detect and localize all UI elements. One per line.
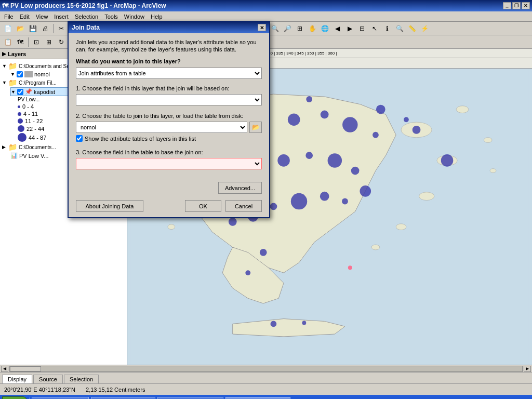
horizontal-scrollbar[interactable]: ◀ ▶	[0, 365, 532, 372]
dialog-description: Join lets you append additional data to …	[76, 38, 262, 53]
coordinates-display: 20°0'21,90"E 40°11'18,23"N	[4, 387, 75, 393]
svg-point-8	[490, 169, 496, 173]
select-tool[interactable]: ↖	[369, 23, 380, 34]
expand-icon[interactable]: ▼	[2, 80, 7, 85]
dialog-close-button[interactable]: ✕	[258, 24, 266, 31]
tab-selection[interactable]: Selection	[64, 375, 99, 383]
legend-label: 22 - 44	[26, 126, 44, 132]
print-button[interactable]: 🖨	[39, 23, 51, 34]
svg-point-4	[396, 224, 406, 230]
forward-button[interactable]: ▶	[344, 23, 355, 34]
show-attribute-tables-checkbox[interactable]	[76, 135, 83, 142]
back-button[interactable]: ◀	[331, 23, 343, 34]
title-bar: 🗺 PV Low producers 15-6-2012 fig1 - ArcM…	[0, 0, 532, 11]
find-button[interactable]: 🔍	[394, 23, 405, 34]
svg-point-40	[306, 96, 312, 102]
zoom-in[interactable]: 🔍	[269, 23, 281, 34]
menu-file[interactable]: File	[1, 12, 17, 21]
step2-checkbox-row: Show the attribute tables of layers in t…	[76, 135, 262, 142]
taskbar-item-2[interactable]: ArcCatalog - ArcView ...	[91, 397, 155, 399]
svg-point-36	[413, 126, 421, 134]
folder-icon: 📁	[8, 62, 17, 70]
tab-display[interactable]: Display	[2, 375, 32, 383]
status-bar: 20°0'21,90"E 40°11'18,23"N 2,13 15,12 Ce…	[0, 383, 532, 395]
layer-sublabel: PV Low...	[18, 97, 39, 102]
expand-all-icon[interactable]: ▶	[2, 51, 6, 57]
dialog-footer: About Joining Data OK Cancel	[69, 197, 269, 217]
menu-window[interactable]: Window	[121, 12, 148, 21]
svg-point-24	[342, 198, 348, 205]
save-button[interactable]: 💾	[27, 23, 38, 34]
separator	[53, 24, 54, 33]
zoom-out[interactable]: 🔎	[282, 23, 293, 34]
expand-icon[interactable]: ▼	[2, 63, 7, 69]
tab-source[interactable]: Source	[33, 375, 63, 383]
svg-point-11	[288, 113, 300, 126]
menu-insert[interactable]: Insert	[51, 12, 72, 21]
menu-tools[interactable]: Tools	[101, 12, 121, 21]
expand-icon[interactable]: ▼	[11, 89, 16, 95]
step1-section: 1. Choose the field in this layer that t…	[76, 85, 262, 105]
svg-point-38	[404, 117, 409, 122]
step1-field-selector[interactable]	[76, 94, 262, 105]
step2-table-selector[interactable]: nomoi	[76, 122, 247, 133]
step3-field-selector[interactable]	[76, 158, 262, 169]
scroll-thumb[interactable]	[10, 366, 41, 371]
legend-dot	[18, 118, 23, 124]
legend-dot	[18, 125, 24, 132]
refresh[interactable]: ↻	[56, 36, 67, 48]
advanced-button[interactable]: Advanced...	[218, 182, 262, 194]
browse-button[interactable]: 📂	[249, 122, 262, 133]
menu-edit[interactable]: Edit	[17, 12, 33, 21]
scroll-right[interactable]: ▶	[524, 366, 531, 372]
scroll-track[interactable]	[9, 366, 523, 372]
expand-icon[interactable]: ▶	[2, 144, 7, 150]
taskbar-item-1[interactable]: Ροΰπη Μαιρη 2010Β	[32, 397, 89, 399]
folder-icon: 📁	[8, 143, 17, 151]
svg-point-39	[376, 105, 385, 114]
open-button[interactable]: 📂	[15, 23, 26, 34]
cancel-button[interactable]: Cancel	[225, 200, 262, 212]
start-button[interactable]: start	[2, 396, 27, 399]
step2-input-row: nomoi 📂	[76, 122, 262, 133]
svg-point-20	[305, 152, 313, 159]
zoom-sel[interactable]: ⊞	[43, 36, 55, 48]
menu-view[interactable]: View	[33, 12, 51, 21]
layer-label: C:\Program Fil...	[19, 80, 57, 86]
svg-point-27	[270, 203, 277, 210]
expand-icon[interactable]: ▼	[10, 72, 16, 77]
layer-visibility-nomoi[interactable]	[17, 71, 23, 77]
layer-visibility-kapodist[interactable]	[17, 89, 23, 95]
layout-view[interactable]: 📋	[2, 36, 14, 48]
scroll-left[interactable]: ◀	[1, 366, 8, 372]
zoom-full[interactable]: ⊡	[31, 36, 42, 48]
menu-selection[interactable]: Selection	[72, 12, 101, 21]
taskbar-item-3[interactable]: SCREENSHOT 23-8-2...	[157, 397, 223, 399]
svg-point-12	[321, 111, 329, 119]
new-button[interactable]: 📄	[2, 23, 14, 34]
ok-button[interactable]: OK	[185, 200, 221, 212]
lightning-button[interactable]: ⚡	[419, 23, 430, 34]
zoom-tools[interactable]: ⊞	[294, 23, 305, 34]
minimize-button[interactable]: _	[503, 2, 511, 9]
data-view[interactable]: 🗺	[15, 36, 26, 48]
restore-button[interactable]: ❐	[512, 2, 521, 9]
info-button[interactable]: ℹ	[381, 23, 393, 34]
svg-point-23	[360, 185, 371, 197]
join-type-selector[interactable]: Join attributes from a table Join attrib…	[76, 68, 262, 79]
svg-point-19	[277, 154, 290, 167]
menu-help[interactable]: Help	[148, 12, 166, 21]
svg-point-14	[373, 132, 379, 138]
close-button[interactable]: ✕	[522, 2, 530, 9]
cut-button[interactable]: ✂	[56, 23, 67, 34]
about-joining-data-button[interactable]: About Joining Data	[76, 200, 143, 212]
dialog-question: What do you want to join to this layer?	[76, 58, 262, 64]
nav1[interactable]: ⊟	[356, 23, 368, 34]
pan-button[interactable]: ✋	[307, 23, 318, 34]
svg-point-29	[229, 218, 237, 226]
taskbar-item-4[interactable]: PV Low producers 15-...	[225, 397, 290, 399]
window-title: PV Low producers 15-6-2012 fig1 - ArcMap…	[10, 2, 166, 9]
scale-info: 2,13 15,12 Centimeters	[86, 387, 145, 393]
measure-button[interactable]: 📏	[406, 23, 418, 34]
globe-button[interactable]: 🌐	[319, 23, 330, 34]
